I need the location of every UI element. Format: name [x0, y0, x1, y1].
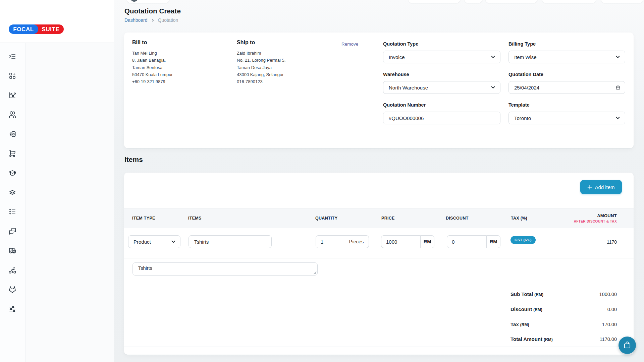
header-pill-2[interactable] — [464, 0, 482, 3]
calendar-icon[interactable] — [616, 85, 620, 90]
header-pill-5[interactable] — [601, 0, 643, 3]
billing-type-value: Item Wise — [514, 54, 537, 60]
items-heading: Items — [124, 156, 143, 164]
ship-to-line: Taman Desa Jaya — [237, 64, 285, 71]
column-items: ITEMS — [188, 216, 202, 221]
discount-total-unit: (RM) — [533, 307, 542, 312]
sidebar-item-list-check-icon[interactable] — [8, 208, 16, 216]
bill-to-line: +60 19-321 9879 — [132, 78, 173, 85]
subtotal-unit: (RM) — [534, 292, 543, 297]
column-quantity: QUANTITY — [315, 216, 337, 221]
discount-currency-addon: RM — [487, 235, 500, 248]
item-type-value: Product — [133, 239, 151, 245]
ship-to-line: 016-7890123 — [237, 78, 285, 85]
sidebar-item-ambulance-icon[interactable] — [8, 247, 16, 255]
quotation-date-input[interactable]: 25/04/2024 — [508, 81, 625, 94]
sidebar-item-chart-dots-icon[interactable] — [8, 91, 16, 99]
page-title: Quotation Create — [124, 7, 181, 15]
chevron-down-icon — [616, 117, 620, 119]
column-tax: TAX (%) — [511, 216, 527, 221]
sidebar-item-adjustments-icon[interactable] — [8, 305, 16, 313]
row-divider — [124, 347, 634, 347]
quotation-type-value: Invoice — [389, 54, 405, 60]
discount-total-label-text: Discount — [511, 306, 532, 312]
total-amount-unit: (RM) — [544, 337, 553, 342]
warehouse-select[interactable]: North Warehouse — [383, 81, 500, 94]
quantity-input[interactable] — [316, 235, 344, 248]
breadcrumb-dashboard-link[interactable]: Dashboard — [124, 17, 148, 23]
tax-total-value: 170.00 — [602, 322, 617, 327]
sidebar-item-messages-icon[interactable] — [8, 227, 16, 235]
breadcrumb: Dashboard Quotation — [124, 17, 178, 23]
item-type-select[interactable]: Product — [128, 235, 180, 248]
subtotal-label-text: Sub Total — [511, 291, 533, 297]
cart-fab-button[interactable] — [619, 337, 636, 354]
discount-total-label: Discount(RM) — [511, 306, 542, 312]
add-item-button[interactable]: Add item — [580, 180, 622, 194]
quotation-date-value: 25/04/2024 — [514, 85, 539, 90]
header-pill-4[interactable] — [542, 0, 596, 3]
total-amount-label-text: Total Amount — [511, 336, 542, 342]
sidebar-item-coins-icon[interactable] — [8, 130, 16, 138]
quotation-type-select[interactable]: Invoice — [383, 51, 500, 63]
quotation-date-label: Quotation Date — [508, 71, 625, 78]
warehouse-label: Warehouse — [383, 71, 500, 78]
row-divider — [124, 317, 634, 317]
quantity-unit-addon: Pieces — [344, 235, 369, 248]
quotation-number-group: Quotation Number — [383, 102, 500, 124]
header-pill-3[interactable] — [485, 0, 537, 3]
header-pill-1[interactable] — [408, 0, 460, 3]
quotation-type-group: Quotation Type Invoice — [383, 41, 500, 63]
chevron-down-icon — [171, 240, 175, 243]
bill-to-heading: Bill to — [132, 40, 147, 46]
item-description-textarea[interactable]: Tshirts — [132, 262, 318, 276]
discount-total-value: 0.00 — [607, 307, 617, 312]
chevron-right-icon — [151, 19, 154, 22]
tax-total-unit: (RM) — [520, 322, 529, 327]
tax-total-label-text: Tax — [511, 321, 519, 327]
remove-link[interactable]: Remove — [341, 42, 358, 47]
discount-input[interactable] — [447, 235, 487, 248]
sidebar-item-stack-icon[interactable] — [8, 188, 16, 196]
chevron-down-icon — [491, 56, 495, 58]
row-divider — [124, 302, 634, 302]
sidebar-item-bike-icon[interactable] — [8, 266, 16, 274]
sidebar-item-shopping-cart-icon[interactable] — [8, 149, 16, 158]
ship-to-line: No. 21, Lorong Permai 5, — [237, 57, 285, 64]
quotation-number-input[interactable] — [383, 112, 500, 124]
sidebar-item-users-icon[interactable] — [8, 111, 16, 119]
template-label: Template — [508, 102, 625, 108]
price-input[interactable] — [381, 235, 421, 248]
warehouse-value: North Warehouse — [389, 85, 428, 90]
chevron-down-icon — [616, 56, 620, 58]
total-amount-value: 1170.00 — [600, 337, 617, 342]
ship-to-heading: Ship to — [237, 40, 255, 46]
warehouse-group: Warehouse North Warehouse — [383, 71, 500, 94]
chevron-down-icon — [491, 86, 495, 89]
plus-icon — [587, 185, 592, 190]
billing-card: Bill to Tan Mei Ling 8, Jalan Bahagia, T… — [124, 33, 634, 148]
subtotal-label: Sub Total(RM) — [511, 291, 543, 297]
brand-logo[interactable]: FOCAL SUITE — [9, 24, 64, 34]
ship-to-address: Zaid Ibrahim No. 21, Lorong Permai 5, Ta… — [237, 50, 285, 85]
sidebar-item-gitlab-icon[interactable] — [8, 286, 16, 294]
logo-text-suite: SUITE — [40, 24, 61, 34]
billing-type-select[interactable]: Item Wise — [508, 51, 625, 63]
column-amount-title: AMOUNT — [574, 213, 617, 218]
column-price: PRICE — [381, 216, 395, 221]
sidebar-item-graduation-cap-icon[interactable] — [8, 169, 16, 177]
column-amount: AMOUNT AFTER DISCOUNT & TAX — [574, 213, 617, 223]
add-item-label: Add item — [595, 184, 614, 190]
bill-to-line: Tan Mei Ling — [132, 50, 173, 57]
breadcrumb-current: Quotation — [158, 17, 178, 23]
billing-type-group: Billing Type Item Wise — [508, 41, 625, 63]
sidebar-item-list-start-icon[interactable] — [8, 52, 16, 60]
bill-to-address: Tan Mei Ling 8, Jalan Bahagia, Taman Sen… — [132, 50, 173, 85]
sidebar-item-layout-grid-add-icon[interactable] — [8, 72, 16, 80]
quotation-type-label: Quotation Type — [383, 41, 500, 47]
template-select[interactable]: Toronto — [508, 112, 625, 124]
sidebar-rail — [0, 43, 25, 362]
row-divider — [124, 287, 634, 287]
row-divider — [124, 332, 634, 332]
item-name-input[interactable] — [189, 235, 272, 248]
